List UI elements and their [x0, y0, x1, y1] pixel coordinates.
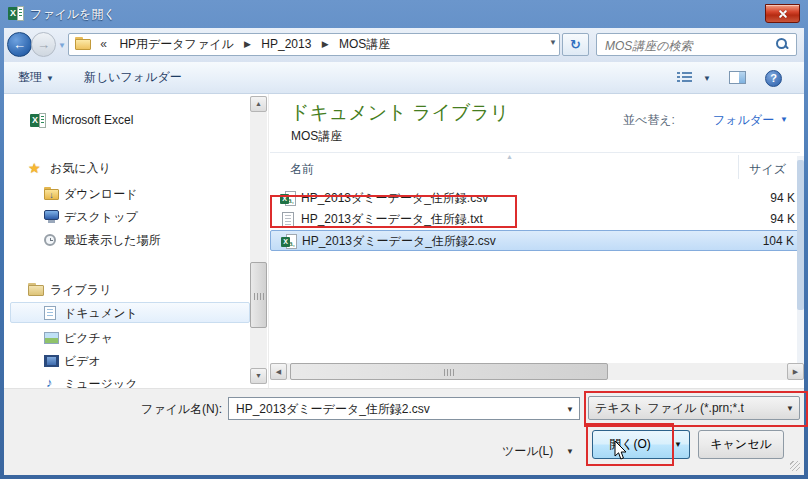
chevron-down-icon[interactable]: ▼ — [566, 405, 574, 414]
breadcrumb-item[interactable]: HP_2013 — [255, 34, 317, 55]
column-divider[interactable] — [738, 155, 739, 179]
close-button[interactable] — [765, 4, 800, 23]
library-location: MOS講座 — [291, 128, 342, 145]
breadcrumb-separator-icon[interactable]: ▶ — [243, 34, 252, 55]
tools-button[interactable]: ツール(L) — [502, 443, 553, 460]
chevron-down-icon: ▼ — [46, 74, 54, 83]
content-area: X Microsoft Excel ★ お気に入り ダウンロード デスクトップ … — [4, 94, 804, 388]
scroll-down-icon[interactable]: ▼ — [250, 368, 267, 384]
arrange-by-label: 並べ替え: — [623, 112, 675, 129]
search-icon — [776, 38, 788, 50]
excel-icon: X — [30, 113, 46, 128]
views-icon[interactable] — [677, 72, 692, 84]
document-icon — [44, 306, 56, 320]
csv-file-icon: a,X — [281, 234, 297, 249]
preview-pane-icon[interactable] — [729, 71, 746, 84]
thumb-grip — [254, 293, 264, 300]
arrange-by-value[interactable]: フォルダー — [713, 112, 774, 129]
videos-icon — [44, 355, 59, 367]
refresh-button[interactable]: ↻ — [562, 33, 589, 56]
desktop-icon — [44, 210, 59, 223]
annotation-box-open-button — [586, 423, 674, 466]
breadcrumb-item[interactable]: HP用データファイル — [113, 34, 239, 55]
filename-input[interactable] — [234, 400, 558, 419]
tools-dropdown-icon[interactable]: ▼ — [566, 447, 574, 456]
new-folder-button[interactable]: 新しいフォルダー — [78, 62, 188, 93]
organize-button[interactable]: 整理▼ — [12, 62, 60, 93]
annotation-box-selected-file — [270, 195, 517, 228]
file-list-vertical-scrollbar[interactable] — [797, 156, 804, 363]
scroll-right-icon[interactable]: ▶ — [787, 363, 804, 380]
column-header-row: ▲ 名前 サイズ — [270, 152, 800, 181]
scrollbar-thumb[interactable] — [250, 262, 267, 328]
file-row-selected[interactable]: a,X HP_2013ダミーデータ_住所録2.csv 104 K — [270, 230, 800, 251]
pictures-icon — [44, 332, 59, 344]
column-header-size[interactable]: サイズ — [749, 161, 786, 178]
sort-ascending-icon: ▲ — [506, 153, 513, 160]
excel-app-icon: X — [8, 6, 24, 21]
folder-icon — [75, 37, 92, 51]
filename-label: ファイル名(N): — [4, 401, 222, 418]
breadcrumb-overflow[interactable]: « — [97, 34, 110, 55]
scroll-up-icon[interactable]: ▲ — [250, 96, 267, 112]
scrollbar-thumb[interactable] — [290, 363, 608, 380]
music-note-icon: ♪ — [46, 376, 53, 388]
search-box[interactable] — [596, 33, 797, 56]
annotation-box-filetype — [584, 391, 808, 427]
downloads-icon — [44, 187, 60, 200]
mouse-cursor — [614, 440, 628, 461]
breadcrumb-separator-icon[interactable]: ▶ — [321, 34, 330, 55]
cancel-button[interactable]: キャンセル — [698, 430, 784, 459]
breadcrumb-item[interactable]: MOS講座 — [333, 34, 396, 55]
sidebar-scrollbar[interactable]: ▲ ▼ — [250, 96, 267, 384]
scrollbar-thumb[interactable] — [797, 160, 804, 310]
open-file-dialog: X ファイルを開く ← → ▼ « HP用データファイル ▶ HP_2013 ▶… — [0, 0, 808, 479]
forward-button[interactable]: → — [31, 32, 56, 57]
address-bar[interactable]: « HP用データファイル ▶ HP_2013 ▶ MOS講座 ▼ — [68, 33, 560, 56]
close-icon — [778, 9, 788, 19]
back-button[interactable]: ← — [7, 32, 32, 57]
search-input[interactable] — [603, 36, 767, 55]
help-icon[interactable]: ? — [765, 70, 782, 87]
navigation-bar: ← → ▼ « HP用データファイル ▶ HP_2013 ▶ MOS講座 ▼ ↻ — [4, 28, 804, 62]
scroll-left-icon[interactable]: ◀ — [270, 363, 287, 380]
views-dropdown-icon[interactable]: ▼ — [703, 74, 711, 83]
column-header-name[interactable]: 名前 — [290, 161, 314, 178]
libraries-icon — [28, 283, 44, 296]
window-title: ファイルを開く — [30, 0, 116, 28]
filename-combobox[interactable]: ▼ — [228, 397, 580, 420]
arrange-dropdown-icon[interactable]: ▼ — [780, 115, 788, 124]
thumb-grip — [444, 369, 454, 376]
resize-grip[interactable] — [790, 461, 800, 471]
clock-icon — [44, 234, 56, 246]
star-icon: ★ — [28, 161, 41, 175]
titlebar: X ファイルを開く — [0, 0, 808, 28]
address-dropdown-icon[interactable]: ▼ — [549, 38, 557, 47]
library-title: ドキュメント ライブラリ — [290, 100, 509, 126]
history-dropdown-icon[interactable]: ▼ — [58, 41, 66, 50]
sidebar-divider — [268, 94, 269, 388]
command-toolbar: 整理▼ 新しいフォルダー ▼ ? — [4, 62, 804, 94]
file-list-horizontal-scrollbar[interactable]: ◀ ▶ — [270, 363, 804, 380]
